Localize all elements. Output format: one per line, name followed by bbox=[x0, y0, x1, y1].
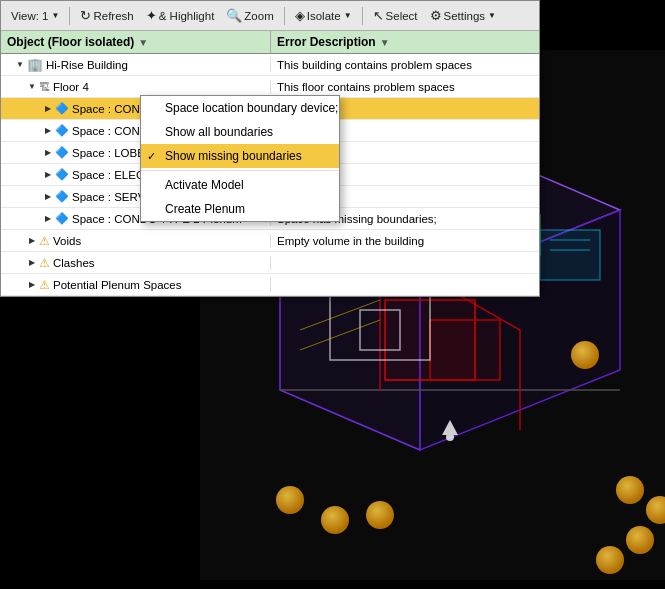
zoom-button[interactable]: 🔍 Zoom bbox=[222, 6, 277, 25]
svg-rect-13 bbox=[540, 230, 600, 280]
floor-icon: 🏗 bbox=[39, 81, 50, 93]
col-error-label: Error Description bbox=[277, 35, 376, 49]
tree-cell-object: ▶ ⚠ Clashes bbox=[1, 256, 271, 270]
space-icon: 🔷 bbox=[55, 168, 69, 181]
node-label: Clashes bbox=[53, 257, 95, 269]
object-filter-icon[interactable]: ▼ bbox=[138, 37, 148, 48]
view-label: View: 1 bbox=[11, 10, 49, 22]
expand-btn[interactable]: ▶ bbox=[25, 256, 39, 270]
col-error-header: Error Description ▼ bbox=[271, 31, 539, 53]
expand-btn[interactable]: ▶ bbox=[41, 124, 55, 138]
sep3 bbox=[362, 7, 363, 25]
expand-btn[interactable]: ▶ bbox=[41, 102, 55, 116]
select-button[interactable]: ↖ Select bbox=[369, 6, 422, 25]
zoom-label: Zoom bbox=[244, 10, 273, 22]
context-menu-item-show-missing[interactable]: ✓ Show missing boundaries bbox=[141, 144, 339, 168]
menu-item-label: Activate Model bbox=[165, 178, 244, 192]
space-icon: 🔷 bbox=[55, 190, 69, 203]
isolate-icon: ◈ bbox=[295, 8, 305, 23]
tree-row[interactable]: ▶ ⚠ Potential Plenum Spaces bbox=[1, 274, 539, 296]
context-menu-item-show-all[interactable]: Show all boundaries bbox=[141, 120, 339, 144]
error-filter-icon[interactable]: ▼ bbox=[380, 37, 390, 48]
settings-button[interactable]: ⚙ Settings ▼ bbox=[426, 6, 500, 25]
expand-btn[interactable]: ▶ bbox=[41, 168, 55, 182]
tree-cell-object: ▶ ⚠ Voids bbox=[1, 234, 271, 248]
context-menu: Space location boundary device; Show all… bbox=[140, 95, 340, 222]
warning-icon: ⚠ bbox=[39, 234, 50, 248]
refresh-label: Refresh bbox=[93, 10, 133, 22]
context-menu-item-show-loc[interactable]: Space location boundary device; bbox=[141, 96, 339, 120]
isolate-label: Isolate bbox=[307, 10, 341, 22]
svg-point-27 bbox=[616, 476, 644, 504]
highlight-label: & Highlight bbox=[159, 10, 215, 22]
menu-item-label: Show missing boundaries bbox=[165, 149, 302, 163]
isolate-dropdown-arrow: ▼ bbox=[344, 11, 352, 20]
settings-dropdown-arrow: ▼ bbox=[488, 11, 496, 20]
col-object-header: Object (Floor isolated) ▼ bbox=[1, 31, 271, 53]
isolate-button[interactable]: ◈ Isolate ▼ bbox=[291, 6, 356, 25]
menu-item-label: Create Plenum bbox=[165, 202, 245, 216]
tree-row[interactable]: ▶ ⚠ Clashes bbox=[1, 252, 539, 274]
svg-point-24 bbox=[276, 486, 304, 514]
svg-point-31 bbox=[571, 341, 599, 369]
node-label: Potential Plenum Spaces bbox=[53, 279, 182, 291]
space-icon: 🔷 bbox=[55, 124, 69, 137]
space-icon: 🔷 bbox=[55, 212, 69, 225]
node-label: Floor 4 bbox=[53, 81, 89, 93]
svg-point-26 bbox=[366, 501, 394, 529]
toolbar: View: 1 ▼ ↻ Refresh ✦ & Highlight 🔍 Zoom… bbox=[1, 1, 539, 31]
select-icon: ↖ bbox=[373, 8, 384, 23]
highlight-icon: ✦ bbox=[146, 8, 157, 23]
expand-btn[interactable]: ▶ bbox=[41, 146, 55, 160]
tree-cell-error: Empty volume in the building bbox=[271, 235, 539, 247]
context-menu-item-activate[interactable]: Activate Model bbox=[141, 173, 339, 197]
menu-item-label: Show all boundaries bbox=[165, 125, 273, 139]
tree-row[interactable]: ▶ ⚠ Voids Empty volume in the building bbox=[1, 230, 539, 252]
warning-icon: ⚠ bbox=[39, 278, 50, 292]
settings-icon: ⚙ bbox=[430, 8, 442, 23]
sep1 bbox=[69, 7, 70, 25]
tree-row[interactable]: ▼ 🏢 Hi-Rise Building This building conta… bbox=[1, 54, 539, 76]
refresh-button[interactable]: ↻ Refresh bbox=[76, 6, 137, 25]
space-icon: 🔷 bbox=[55, 146, 69, 159]
expand-btn[interactable]: ▶ bbox=[41, 190, 55, 204]
tree-cell-object: ▼ 🏗 Floor 4 bbox=[1, 80, 271, 94]
space-icon: 🔷 bbox=[55, 102, 69, 115]
highlight-button[interactable]: ✦ & Highlight bbox=[142, 6, 219, 25]
svg-point-30 bbox=[596, 546, 624, 574]
expand-btn[interactable]: ▶ bbox=[25, 234, 39, 248]
tree-cell-error: This floor contains problem spaces bbox=[271, 81, 539, 93]
node-label: Voids bbox=[53, 235, 81, 247]
expand-btn[interactable]: ▼ bbox=[13, 58, 27, 72]
zoom-icon: 🔍 bbox=[226, 8, 242, 23]
select-label: Select bbox=[386, 10, 418, 22]
settings-label: Settings bbox=[444, 10, 486, 22]
context-menu-item-create-plenum[interactable]: Create Plenum bbox=[141, 197, 339, 221]
svg-point-25 bbox=[321, 506, 349, 534]
col-object-label: Object (Floor isolated) bbox=[7, 35, 134, 49]
check-icon: ✓ bbox=[147, 150, 156, 163]
refresh-icon: ↻ bbox=[80, 8, 91, 23]
building-icon: 🏢 bbox=[27, 57, 43, 72]
view-dropdown[interactable]: View: 1 ▼ bbox=[7, 8, 63, 24]
menu-separator bbox=[141, 170, 339, 171]
table-header: Object (Floor isolated) ▼ Error Descript… bbox=[1, 31, 539, 54]
svg-point-23 bbox=[446, 433, 454, 441]
svg-point-29 bbox=[626, 526, 654, 554]
expand-btn[interactable]: ▶ bbox=[25, 278, 39, 292]
tree-cell-object: ▶ ⚠ Potential Plenum Spaces bbox=[1, 278, 271, 292]
menu-item-label: Space location boundary device; bbox=[165, 101, 338, 115]
tree-cell-object: ▼ 🏢 Hi-Rise Building bbox=[1, 57, 271, 72]
tree-cell-error: This building contains problem spaces bbox=[271, 59, 539, 71]
svg-rect-9 bbox=[430, 320, 500, 380]
warning-icon: ⚠ bbox=[39, 256, 50, 270]
expand-btn[interactable]: ▶ bbox=[41, 212, 55, 226]
view-dropdown-arrow: ▼ bbox=[52, 11, 60, 20]
node-label: Hi-Rise Building bbox=[46, 59, 128, 71]
expand-btn[interactable]: ▼ bbox=[25, 80, 39, 94]
sep2 bbox=[284, 7, 285, 25]
